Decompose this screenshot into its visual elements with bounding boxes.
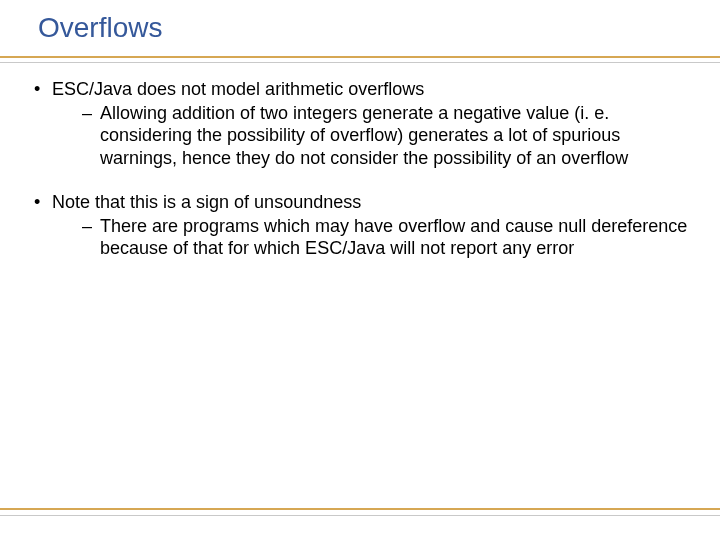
divider-top-accent [0,56,720,58]
slide: Overflows ESC/Java does not model arithm… [0,0,720,540]
bullet-text: ESC/Java does not model arithmetic overf… [52,79,424,99]
slide-title: Overflows [38,12,162,44]
bullet-text: Allowing addition of two integers genera… [100,103,628,168]
bullet-level1: ESC/Java does not model arithmetic overf… [30,78,690,169]
divider-bottom-accent [0,508,720,510]
slide-body: ESC/Java does not model arithmetic overf… [30,78,690,282]
bullet-level2: There are programs which may have overfl… [52,215,690,260]
divider-bottom-thin [0,515,720,516]
divider-top-thin [0,62,720,63]
bullet-text: There are programs which may have overfl… [100,216,687,259]
bullet-level1: Note that this is a sign of unsoundness … [30,191,690,260]
bullet-text: Note that this is a sign of unsoundness [52,192,361,212]
bullet-level2: Allowing addition of two integers genera… [52,102,690,170]
